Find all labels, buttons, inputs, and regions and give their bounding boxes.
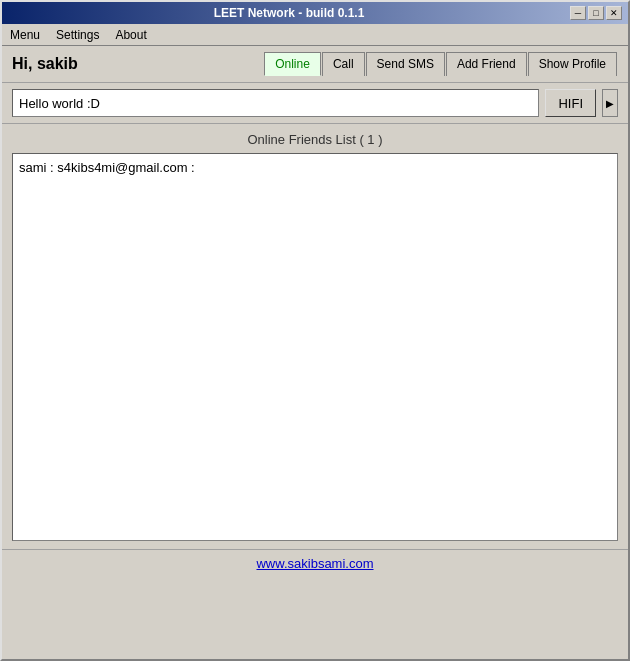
menu-item-menu[interactable]: Menu: [6, 26, 44, 44]
maximize-button[interactable]: □: [588, 6, 604, 20]
menu-item-settings[interactable]: Settings: [52, 26, 103, 44]
minimize-button[interactable]: ─: [570, 6, 586, 20]
tab-bar: Online Call Send SMS Add Friend Show Pro…: [264, 52, 618, 76]
title-bar-buttons: ─ □ ✕: [570, 6, 622, 20]
close-button[interactable]: ✕: [606, 6, 622, 20]
footer-link[interactable]: www.sakibsami.com: [256, 556, 373, 571]
menu-item-about[interactable]: About: [111, 26, 150, 44]
footer-section: www.sakibsami.com: [2, 549, 628, 659]
title-bar: LEET Network - build 0.1.1 ─ □ ✕: [2, 2, 628, 24]
hifi-button[interactable]: HIFI: [545, 89, 596, 117]
tab-add-friend[interactable]: Add Friend: [446, 52, 527, 76]
tab-show-profile[interactable]: Show Profile: [528, 52, 617, 76]
friend-item[interactable]: sami : s4kibs4mi@gmail.com :: [17, 158, 613, 177]
menu-bar: Menu Settings About: [2, 24, 628, 46]
message-area: HIFI ▶: [2, 83, 628, 124]
message-input[interactable]: [12, 89, 539, 117]
friends-section: Online Friends List ( 1 ) sami : s4kibs4…: [2, 124, 628, 549]
window-title: LEET Network - build 0.1.1: [8, 6, 570, 20]
tab-online[interactable]: Online: [264, 52, 321, 76]
greeting-text: Hi, sakib: [12, 55, 264, 73]
scroll-right-arrow[interactable]: ▶: [602, 89, 618, 117]
footer-content: [12, 575, 618, 653]
tab-call[interactable]: Call: [322, 52, 365, 76]
friends-list-title: Online Friends List ( 1 ): [12, 132, 618, 147]
tab-send-sms[interactable]: Send SMS: [366, 52, 445, 76]
header-area: Hi, sakib Online Call Send SMS Add Frien…: [2, 46, 628, 83]
friends-list: sami : s4kibs4mi@gmail.com :: [12, 153, 618, 541]
main-window: LEET Network - build 0.1.1 ─ □ ✕ Menu Se…: [0, 0, 630, 661]
